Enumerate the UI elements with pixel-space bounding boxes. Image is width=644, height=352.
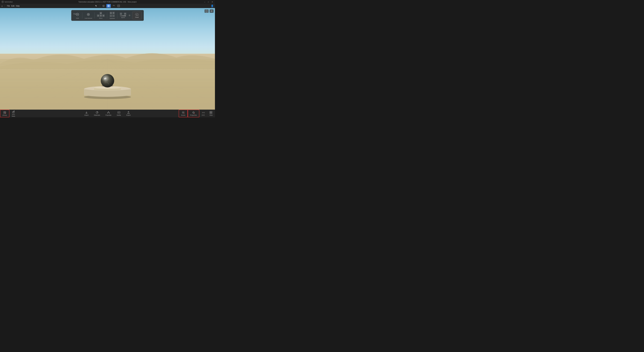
properties-button[interactable]: Properties (188, 110, 199, 117)
key-w: W (100, 12, 102, 14)
view-label: View (210, 114, 212, 116)
key-arrow-down: ↓ (110, 14, 112, 17)
viewport-right-buttons (204, 9, 214, 13)
svg-point-31 (101, 74, 114, 87)
nav-sep-4 (117, 12, 118, 18)
speed-section: 1 - 6 Speed (118, 12, 128, 18)
look-around-icon[interactable] (86, 12, 91, 17)
svg-rect-47 (14, 110, 14, 113)
title-bar: T twinmotion Twinmotion education 2023.2… (0, 0, 215, 4)
move-keys: W A S D (97, 12, 105, 17)
properties-label: Properties (190, 114, 197, 116)
title-bar-controls: – □ ✕ (204, 1, 214, 3)
stats-value: 18% (12, 113, 15, 115)
minimize-button[interactable]: – (204, 1, 206, 3)
svg-rect-68 (210, 113, 211, 114)
toolbar-center (94, 4, 121, 8)
key-q: Q (110, 12, 112, 14)
svg-point-49 (108, 111, 109, 112)
import-label: Import (84, 114, 89, 116)
camera-move-button[interactable] (106, 4, 111, 8)
speed-label: Speed (121, 17, 125, 18)
file-menu[interactable]: File (7, 5, 10, 7)
scene-button[interactable]: Scene (179, 110, 188, 117)
transform-tool-button[interactable] (102, 4, 106, 8)
move-label: Move (99, 17, 102, 19)
app-name: twinmotion (5, 1, 13, 3)
svg-rect-67 (211, 111, 212, 112)
bottom-bar: Library 18% Stats Import M (0, 110, 215, 117)
svg-point-57 (184, 113, 184, 114)
svg-point-50 (107, 113, 108, 113)
updown-label: Up/down (110, 18, 115, 19)
key-e: E (112, 12, 115, 14)
svg-rect-53 (128, 113, 130, 114)
selection-tool-button[interactable] (94, 4, 98, 8)
export-button[interactable]: Export (124, 110, 133, 117)
svg-point-44 (5, 113, 6, 113)
nav-sep-2 (94, 12, 95, 18)
title-bar-left: T twinmotion (1, 0, 13, 3)
svg-point-64 (194, 113, 195, 114)
svg-rect-46 (13, 111, 14, 113)
svg-text:XYZ: XYZ (202, 112, 205, 113)
xyz-button[interactable]: XYZ XYZ (199, 110, 207, 117)
svg-rect-69 (211, 113, 212, 114)
svg-point-34 (77, 14, 78, 14)
maximize-button[interactable]: □ (207, 1, 210, 3)
svg-text:T: T (2, 1, 3, 3)
media-button[interactable]: Media (114, 110, 124, 117)
close-button[interactable]: ✕ (211, 1, 214, 3)
app-logo-icon: T (1, 0, 4, 3)
3d-scene (74, 66, 141, 99)
user-icon[interactable]: 👤 (211, 4, 214, 7)
svg-rect-42 (4, 111, 5, 113)
export-label: Export (126, 114, 131, 116)
bottom-right-area: Scene Properties XYZ XYZ (179, 110, 215, 117)
orbit-label: Orbit (76, 17, 79, 19)
svg-point-51 (109, 113, 110, 113)
svg-point-59 (193, 112, 194, 113)
scene-label: Scene (181, 114, 186, 116)
svg-point-37 (88, 14, 88, 14)
look-around-section: Look around (83, 12, 93, 19)
menu-bar: ⌂ File Edit Help (0, 4, 215, 8)
help-menu[interactable]: Help (16, 5, 20, 7)
key-a: A (97, 14, 100, 17)
cloud-button[interactable]: Cloud (132, 11, 142, 19)
stats-button[interactable]: 18% Stats (10, 110, 18, 117)
key-arrow-up: ↑ (112, 14, 115, 17)
populate-label: Populate (106, 114, 112, 116)
populate-button[interactable]: Populate (103, 110, 114, 117)
edit-menu[interactable]: Edit (11, 5, 14, 7)
library-label: Library (2, 114, 7, 116)
visibility-toggle-button[interactable] (210, 9, 214, 13)
menu-right: 👤 (211, 4, 214, 7)
pan-label: Pan (74, 13, 76, 15)
layout-view-button[interactable] (204, 9, 208, 13)
media-label: Media (117, 114, 121, 116)
home-icon[interactable]: ⌂ (1, 4, 3, 7)
home-area: ⌂ File Edit Help (1, 4, 20, 7)
key-6: 6 (124, 12, 126, 15)
bottom-left-area: Library 18% Stats (0, 110, 18, 117)
svg-rect-41 (4, 111, 4, 113)
key-d: D (102, 14, 105, 17)
materials-label: Materials (94, 114, 100, 116)
svg-point-3 (103, 6, 104, 6)
title-bar-title: Twinmotion education 2023.2.1 | NOT FOR … (78, 1, 137, 3)
viewport[interactable]: Pan Orbit Look aroun (0, 8, 215, 110)
stats-label: Stats (12, 115, 15, 117)
view-button[interactable]: View (207, 110, 215, 117)
bottom-center-area: Import Materials Populate Media (82, 110, 133, 117)
scale-tool-button[interactable] (116, 4, 121, 8)
import-button[interactable]: Import (82, 110, 91, 117)
rotate-tool-button[interactable] (112, 4, 116, 8)
nav-sep-1 (82, 12, 82, 18)
key-1: 1 (120, 12, 122, 15)
key-s: S (100, 14, 102, 17)
library-button[interactable]: Library (0, 110, 10, 117)
svg-rect-66 (210, 111, 211, 112)
hud-settings-icon[interactable]: ⚙ (129, 14, 130, 17)
materials-button[interactable]: Materials (91, 110, 103, 117)
